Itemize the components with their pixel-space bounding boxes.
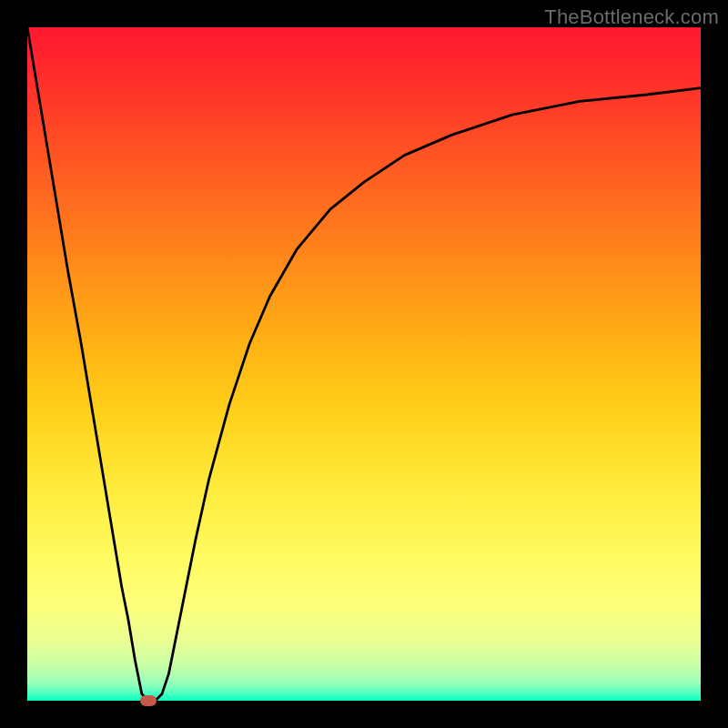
- chart-frame: TheBottleneck.com: [0, 0, 728, 728]
- curve-svg: [27, 27, 701, 701]
- bottleneck-curve: [27, 27, 701, 701]
- plot-area: [27, 27, 701, 701]
- watermark-text: TheBottleneck.com: [544, 5, 719, 29]
- optimal-point-marker: [140, 695, 157, 706]
